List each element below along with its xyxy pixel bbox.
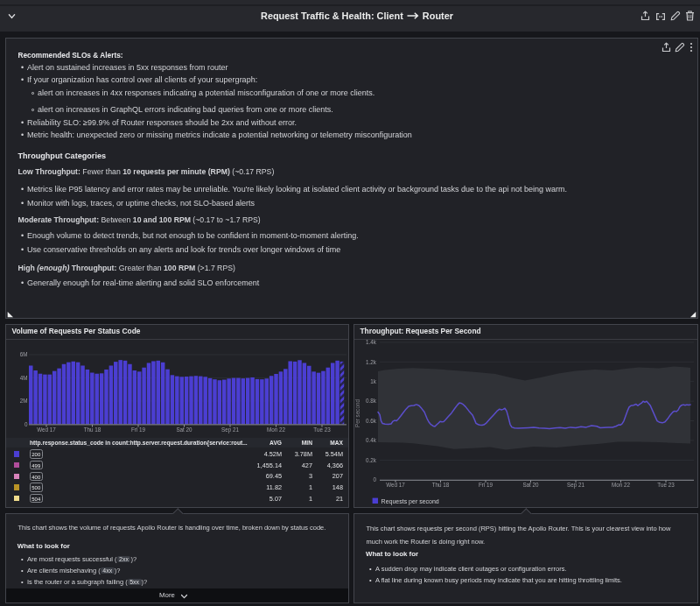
svg-text:0: 0 <box>24 421 28 427</box>
svg-text:4M: 4M <box>20 375 28 381</box>
svg-text:Thu 18: Thu 18 <box>84 426 102 433</box>
svg-text:Tue 23: Tue 23 <box>657 482 675 488</box>
svg-text:Wed 17: Wed 17 <box>37 426 56 433</box>
svg-text:0.4k: 0.4k <box>366 437 377 443</box>
svg-text:2M: 2M <box>20 398 28 404</box>
svg-text:Sat 20: Sat 20 <box>176 426 192 433</box>
svg-text:0: 0 <box>373 476 376 483</box>
svg-text:0.8k: 0.8k <box>366 398 377 404</box>
svg-text:Mon 22: Mon 22 <box>612 482 631 488</box>
svg-text:0.6k: 0.6k <box>366 418 377 424</box>
svg-text:1.2k: 1.2k <box>366 359 377 365</box>
svg-text:1.4k: 1.4k <box>366 340 377 345</box>
svg-text:Sat 20: Sat 20 <box>522 482 539 488</box>
svg-text:1k: 1k <box>370 378 377 384</box>
svg-text:Sep 21: Sep 21 <box>567 482 584 489</box>
svg-text:Thu 18: Thu 18 <box>432 482 450 488</box>
svg-text:Tue 23: Tue 23 <box>313 426 331 433</box>
svg-text:Fri 19: Fri 19 <box>131 426 146 433</box>
svg-text:Per second: Per second <box>354 399 360 427</box>
svg-text:Fri 19: Fri 19 <box>479 482 494 488</box>
svg-text:0.2k: 0.2k <box>366 457 377 463</box>
svg-text:Requests per second: Requests per second <box>382 498 439 505</box>
svg-text:Mon 22: Mon 22 <box>267 426 286 433</box>
svg-text:Wed 17: Wed 17 <box>386 482 405 488</box>
svg-text:Sep 21: Sep 21 <box>221 426 239 433</box>
svg-text:6M: 6M <box>20 351 28 357</box>
